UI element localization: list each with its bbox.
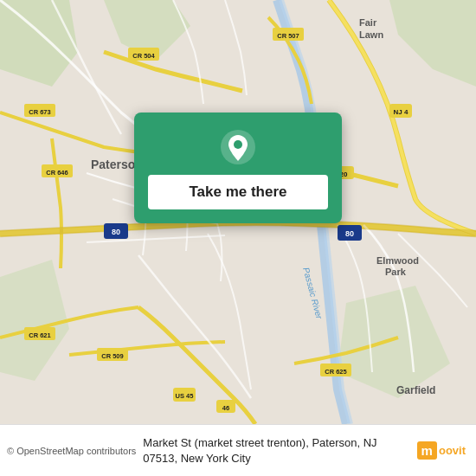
svg-point-40 [234, 140, 242, 149]
map-container: Passaic River [0, 0, 476, 424]
svg-text:Garfield: Garfield [396, 384, 435, 396]
svg-text:CR 646: CR 646 [46, 169, 68, 177]
svg-text:CR 673: CR 673 [29, 108, 50, 116]
svg-text:CR 504: CR 504 [132, 52, 155, 60]
svg-text:80: 80 [345, 229, 354, 238]
svg-text:Fair: Fair [359, 17, 377, 28]
osm-attribution: © OpenStreetMap contributors [7, 446, 136, 456]
svg-text:NJ 4: NJ 4 [394, 108, 408, 116]
svg-text:CR 621: CR 621 [29, 331, 50, 339]
bottom-bar: © OpenStreetMap contributors Market St (… [0, 424, 476, 476]
svg-text:Lawn: Lawn [359, 29, 383, 40]
location-pin-icon [219, 128, 257, 166]
svg-text:CR 625: CR 625 [325, 368, 346, 376]
svg-text:80: 80 [112, 228, 120, 236]
osm-copy-icon: © [7, 446, 14, 456]
svg-text:US 45: US 45 [176, 392, 194, 400]
moovit-logo: m oovit [417, 441, 466, 460]
svg-text:CR 507: CR 507 [277, 32, 299, 40]
take-me-there-button[interactable]: Take me there [148, 175, 328, 209]
address-label: Market St (market street trenton), Pater… [143, 435, 409, 466]
moovit-m-badge: m [417, 441, 437, 460]
svg-text:Park: Park [385, 267, 407, 277]
svg-text:46: 46 [222, 404, 229, 412]
svg-text:Elmwood: Elmwood [376, 255, 419, 266]
moovit-brand-text: oovit [439, 444, 466, 457]
cta-card: Take me there [134, 113, 342, 223]
svg-text:CR 509: CR 509 [101, 352, 123, 360]
